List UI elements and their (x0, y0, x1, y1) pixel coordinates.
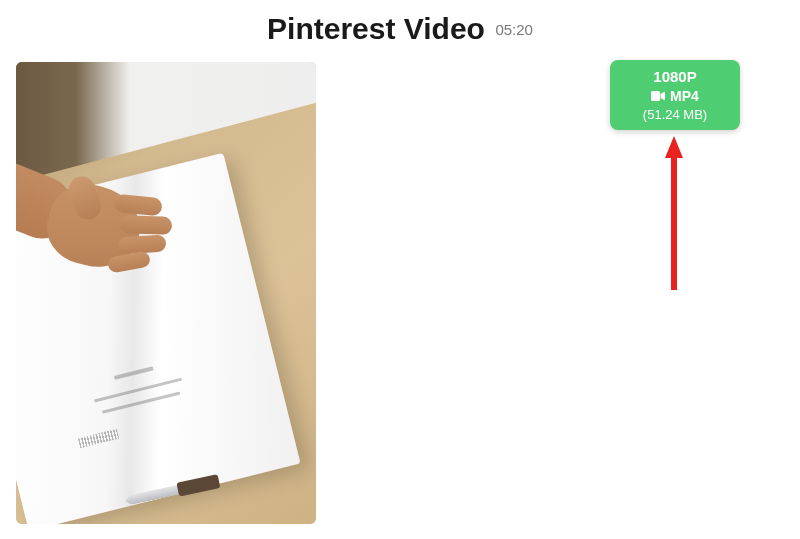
video-duration: 05:20 (495, 21, 533, 38)
download-format-row: MP4 (651, 87, 699, 106)
page-header: Pinterest Video 05:20 (0, 0, 800, 64)
download-button[interactable]: 1080P MP4 (51.24 MB) (610, 60, 740, 130)
download-size: (51.24 MB) (643, 106, 707, 124)
video-thumbnail[interactable]: iPad Pro (16, 62, 316, 524)
page-title: Pinterest Video (267, 12, 485, 45)
product-box-fineprint (56, 352, 233, 478)
svg-rect-0 (651, 91, 660, 101)
annotation-arrow-icon (663, 132, 685, 292)
download-resolution: 1080P (653, 67, 696, 87)
download-format: MP4 (670, 87, 699, 106)
thumbnail-hand (16, 132, 156, 282)
video-camera-icon (651, 87, 665, 106)
